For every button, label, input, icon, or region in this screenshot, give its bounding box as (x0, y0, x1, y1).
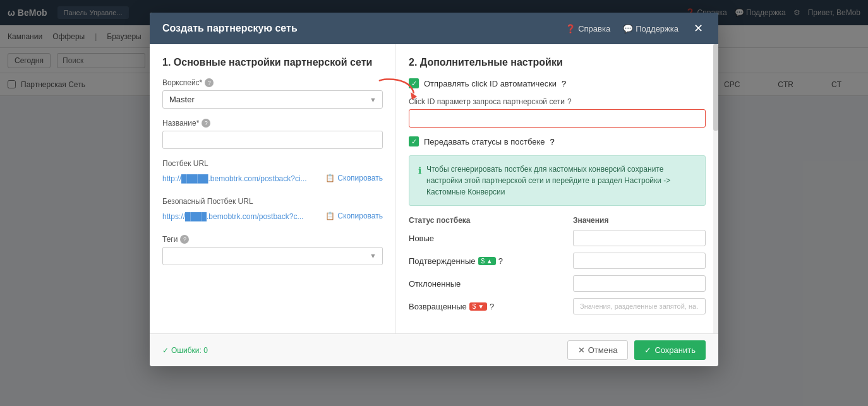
footer-buttons: ✕ Отмена ✓ Сохранить (567, 340, 706, 360)
cancel-icon: ✕ (578, 345, 585, 355)
name-group: Название* ? cpa.house (162, 119, 383, 149)
left-panel: 1. Основные настройки партнерской сети В… (150, 44, 396, 333)
help-icon: ❓ (565, 24, 576, 33)
errors-check-icon: ✓ (162, 346, 169, 355)
pass-status-label: Передавать статусы в постбеке (424, 137, 545, 146)
status-row-new: Новые new, in_processing (409, 230, 706, 246)
workspace-help-icon[interactable]: ? (205, 78, 214, 87)
auto-click-checkbox[interactable] (409, 78, 419, 88)
modal-footer: ✓ Ошибки: 0 ✕ Отмена ✓ Сохранить (150, 333, 718, 366)
status-row-returned: Возвращенные $ ▼ ? (409, 298, 706, 314)
modal-support-label: Поддержка (636, 24, 678, 33)
postback-url-copy-btn[interactable]: 📋 Скопировать (325, 171, 383, 185)
status-input-accepted[interactable]: accepted (573, 253, 706, 269)
scroll-track (713, 44, 718, 333)
accepted-help-icon[interactable]: ? (498, 256, 503, 266)
modal-support-btn[interactable]: 💬 Поддержка (623, 24, 678, 33)
status-col2-header: Значения (573, 216, 706, 225)
secure-postback-url-row: https://████.bemobtrk.com/postback?c... … (162, 209, 383, 225)
status-value-returned (573, 298, 706, 314)
secure-postback-copy-btn[interactable]: 📋 Скопировать (325, 209, 383, 223)
click-id-input[interactable]: sub_id_1 (409, 109, 706, 128)
workspace-label: Воркспейс* ? (162, 78, 383, 87)
info-icon: ℹ (418, 164, 421, 198)
info-box: ℹ Чтобы сгенерировать постбек для кастом… (409, 155, 706, 206)
name-help-icon[interactable]: ? (202, 119, 210, 128)
modal-close-btn[interactable]: ✕ (691, 21, 706, 35)
secure-postback-url-text: https://████.bemobtrk.com/postback?c... (162, 209, 320, 225)
modal-help-btn[interactable]: ❓ Справка (565, 24, 610, 33)
status-input-new[interactable]: new, in_processing (573, 230, 706, 246)
section1-title: 1. Основные настройки партнерской сети (162, 57, 383, 68)
auto-click-label: Отправлять click ID автоматически (424, 79, 557, 88)
status-row-rejected: Отклоненные fake, rejected (409, 275, 706, 292)
modal-body: 1. Основные настройки партнерской сети В… (150, 44, 718, 333)
postback-url-group: Постбек URL http://█████.bemobtrk.com/po… (162, 159, 383, 187)
secure-postback-group: Безопасный Постбек URL https://████.bemo… (162, 197, 383, 225)
status-value-rejected: fake, rejected (573, 275, 706, 292)
status-name-returned: Возвращенные $ ▼ ? (409, 302, 567, 311)
postback-url-label: Постбек URL (162, 159, 383, 168)
status-input-returned[interactable] (573, 298, 706, 314)
badge-dollar-up: $ ▲ (478, 257, 496, 265)
modal-overlay: Создать партнерскую сеть ❓ Справка 💬 Под… (0, 0, 868, 406)
status-col1-header: Статус постбека (409, 216, 567, 225)
auto-click-help-icon[interactable]: ? (562, 79, 566, 88)
save-check-icon: ✓ (644, 345, 651, 355)
info-text: Чтобы сгенерировать постбек для кастомны… (426, 164, 696, 198)
badge-dollar-down: $ ▼ (469, 302, 487, 311)
status-table: Статус постбека Значения Новые new, in_p… (409, 216, 706, 314)
status-name-new: Новые (409, 234, 567, 243)
tags-help-icon[interactable]: ? (180, 235, 189, 244)
pass-status-checkbox[interactable] (409, 136, 419, 146)
workspace-select-wrapper: Master ▼ (162, 90, 383, 109)
status-table-header: Статус постбека Значения (409, 216, 706, 225)
click-id-label: Click ID параметр запроса партнерской се… (409, 97, 706, 106)
click-id-help-icon[interactable]: ? (567, 97, 572, 106)
status-value-accepted: accepted (573, 253, 706, 269)
save-button[interactable]: ✓ Сохранить (634, 340, 706, 360)
app-background: ω BeMob Панель Управле... ❓ Справка 💬 По… (0, 0, 868, 406)
secure-copy-icon: 📋 (325, 212, 335, 220)
postback-url-row: http://█████.bemobtrk.com/postback?ci...… (162, 171, 383, 187)
modal-header: Создать партнерскую сеть ❓ Справка 💬 Под… (150, 13, 718, 44)
right-panel: 2. Дополнительные настройки Отправлять c… (396, 44, 718, 333)
name-input[interactable]: cpa.house (162, 131, 383, 149)
scroll-thumb[interactable] (713, 44, 718, 131)
status-row-accepted: Подтвержденные $ ▲ ? accepted (409, 253, 706, 269)
status-input-rejected[interactable]: fake, rejected (573, 275, 706, 292)
section2-title: 2. Дополнительные настройки (409, 57, 706, 68)
postback-url-text: http://█████.bemobtrk.com/postback?ci... (162, 171, 320, 187)
support-icon: 💬 (623, 24, 633, 33)
errors-count: ✓ Ошибки: 0 (162, 346, 208, 355)
name-label: Название* ? (162, 119, 383, 128)
tags-select-wrapper: ▼ (162, 247, 383, 265)
status-value-new: new, in_processing (573, 230, 706, 246)
status-name-accepted: Подтвержденные $ ▲ ? (409, 256, 567, 266)
pass-status-row: Передавать статусы в постбеке ? (409, 136, 706, 146)
modal-title: Создать партнерскую сеть (162, 23, 298, 34)
copy-icon: 📋 (325, 174, 335, 182)
workspace-select[interactable]: Master (162, 90, 383, 109)
secure-postback-label: Безопасный Постбек URL (162, 197, 383, 206)
tags-label: Теги ? (162, 235, 383, 244)
click-id-group: Click ID параметр запроса партнерской се… (409, 97, 706, 128)
tags-group: Теги ? ▼ (162, 235, 383, 265)
status-name-rejected: Отклоненные (409, 279, 567, 289)
returned-help-icon[interactable]: ? (490, 302, 494, 311)
create-network-modal: Создать партнерскую сеть ❓ Справка 💬 Под… (150, 13, 718, 366)
modal-header-actions: ❓ Справка 💬 Поддержка ✕ (565, 21, 706, 35)
auto-click-row: Отправлять click ID автоматически ? (409, 78, 706, 88)
pass-status-help-icon[interactable]: ? (550, 137, 555, 146)
workspace-group: Воркспейс* ? Master ▼ (162, 78, 383, 109)
tags-select[interactable] (162, 247, 383, 265)
cancel-button[interactable]: ✕ Отмена (567, 340, 629, 360)
modal-help-label: Справка (578, 24, 610, 33)
